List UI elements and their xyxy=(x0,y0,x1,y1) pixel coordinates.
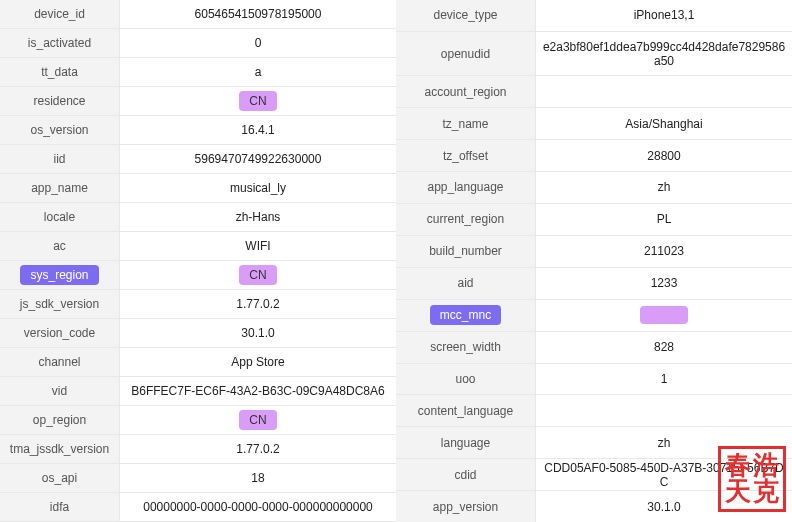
value-cell: 0 xyxy=(120,29,396,57)
key-label: app_version xyxy=(433,500,498,514)
value-text: 18 xyxy=(251,471,264,485)
table-row: is_activated0 xyxy=(0,29,396,58)
key-label: vid xyxy=(52,384,67,398)
table-row: vidB6FFEC7F-EC6F-43A2-B63C-09C9A48DC8A6 xyxy=(0,377,396,406)
value-cell: 6054654150978195000 xyxy=(120,0,396,28)
key-label: language xyxy=(441,436,490,450)
value-highlight-badge xyxy=(640,306,688,324)
key-label: tz_name xyxy=(442,117,488,131)
value-cell: zh-Hans xyxy=(120,203,396,231)
key-label: version_code xyxy=(24,326,95,340)
table-row: screen_width828 xyxy=(396,332,792,364)
table-row: current_regionPL xyxy=(396,204,792,236)
key-cell: iid xyxy=(0,145,120,173)
value-highlight-badge: CN xyxy=(239,410,276,430)
value-cell: 30.1.0 xyxy=(536,491,792,522)
key-label: op_region xyxy=(33,413,86,427)
value-cell xyxy=(536,76,792,107)
key-cell: tt_data xyxy=(0,58,120,86)
value-cell: iPhone13,1 xyxy=(536,0,792,31)
value-text: 1.77.0.2 xyxy=(236,297,279,311)
value-highlight-badge: CN xyxy=(239,265,276,285)
key-cell: device_id xyxy=(0,0,120,28)
key-cell: tma_jssdk_version xyxy=(0,435,120,463)
value-text: App Store xyxy=(231,355,284,369)
key-cell: current_region xyxy=(396,204,536,235)
key-label: channel xyxy=(38,355,80,369)
table-row: openudide2a3bf80ef1ddea7b999cc4d428dafe7… xyxy=(396,32,792,76)
key-cell: tz_name xyxy=(396,108,536,139)
right-column: device_typeiPhone13,1openudide2a3bf80ef1… xyxy=(396,0,792,522)
table-row: app_languagezh xyxy=(396,172,792,204)
table-row: languagezh xyxy=(396,427,792,459)
key-cell: ac xyxy=(0,232,120,260)
value-cell: CDD05AF0-5085-450D-A37B-30715F56B7DC xyxy=(536,459,792,490)
key-label: residence xyxy=(33,94,85,108)
value-cell: 16.4.1 xyxy=(120,116,396,144)
value-cell: B6FFEC7F-EC6F-43A2-B63C-09C9A48DC8A6 xyxy=(120,377,396,405)
value-text: 30.1.0 xyxy=(241,326,274,340)
value-text: zh xyxy=(658,436,671,450)
table-row: cdidCDD05AF0-5085-450D-A37B-30715F56B7DC xyxy=(396,459,792,491)
key-cell: app_language xyxy=(396,172,536,203)
table-row: tz_nameAsia/Shanghai xyxy=(396,108,792,140)
key-cell: screen_width xyxy=(396,332,536,363)
value-cell: CN xyxy=(120,261,396,289)
value-cell: a xyxy=(120,58,396,86)
key-label: is_activated xyxy=(28,36,91,50)
key-label: tz_offset xyxy=(443,149,488,163)
table-row: app_namemusical_ly xyxy=(0,174,396,203)
value-text: zh xyxy=(658,180,671,194)
value-cell: 1 xyxy=(536,364,792,395)
key-label: openudid xyxy=(441,47,490,61)
table-row: app_version30.1.0 xyxy=(396,491,792,522)
key-cell: js_sdk_version xyxy=(0,290,120,318)
key-cell: language xyxy=(396,427,536,458)
value-cell: 5969470749922630000 xyxy=(120,145,396,173)
key-label: tma_jssdk_version xyxy=(10,442,109,456)
table-row: device_typeiPhone13,1 xyxy=(396,0,792,32)
table-row: js_sdk_version1.77.0.2 xyxy=(0,290,396,319)
value-text: musical_ly xyxy=(230,181,286,195)
value-text: iPhone13,1 xyxy=(634,8,695,22)
value-text: 1.77.0.2 xyxy=(236,442,279,456)
table-row: localezh-Hans xyxy=(0,203,396,232)
value-cell: musical_ly xyxy=(120,174,396,202)
key-cell: channel xyxy=(0,348,120,376)
key-label: os_api xyxy=(42,471,77,485)
key-label: current_region xyxy=(427,212,504,226)
table-row: uoo1 xyxy=(396,364,792,396)
value-text: zh-Hans xyxy=(236,210,281,224)
key-label: locale xyxy=(44,210,75,224)
value-cell: 30.1.0 xyxy=(120,319,396,347)
key-cell: account_region xyxy=(396,76,536,107)
value-cell: 1233 xyxy=(536,268,792,299)
value-cell: CN xyxy=(120,87,396,115)
value-cell: 1.77.0.2 xyxy=(120,435,396,463)
key-label: app_language xyxy=(427,180,503,194)
value-cell xyxy=(536,300,792,331)
value-highlight-badge: CN xyxy=(239,91,276,111)
value-cell: zh xyxy=(536,172,792,203)
table-row: tma_jssdk_version1.77.0.2 xyxy=(0,435,396,464)
key-label: device_id xyxy=(34,7,85,21)
table-row: os_version16.4.1 xyxy=(0,116,396,145)
key-cell: aid xyxy=(396,268,536,299)
value-cell: App Store xyxy=(120,348,396,376)
value-cell: CN xyxy=(120,406,396,434)
key-cell: app_name xyxy=(0,174,120,202)
key-cell: sys_region xyxy=(0,261,120,289)
value-text: 0 xyxy=(255,36,262,50)
key-label: idfa xyxy=(50,500,69,514)
table-row: mcc_mnc xyxy=(396,300,792,332)
left-column: device_id6054654150978195000is_activated… xyxy=(0,0,396,522)
key-cell: is_activated xyxy=(0,29,120,57)
key-label: screen_width xyxy=(430,340,501,354)
table-row: build_number211023 xyxy=(396,236,792,268)
key-label: device_type xyxy=(433,8,497,22)
value-text: B6FFEC7F-EC6F-43A2-B63C-09C9A48DC8A6 xyxy=(131,384,384,398)
value-text: 1233 xyxy=(651,276,678,290)
key-label: app_name xyxy=(31,181,88,195)
value-text: 16.4.1 xyxy=(241,123,274,137)
key-label: content_language xyxy=(418,404,513,418)
